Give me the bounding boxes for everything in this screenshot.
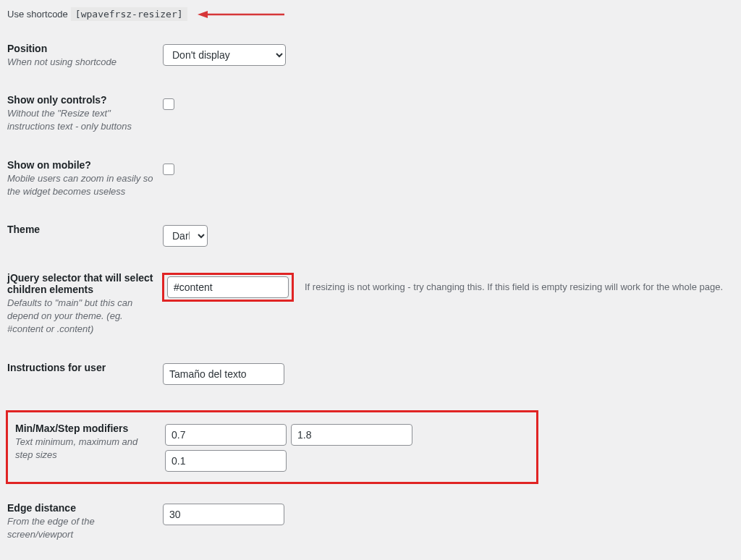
selector-label: jQuery selector that will select childre… (7, 272, 156, 295)
edge-input[interactable] (163, 504, 284, 525)
minmaxstep-highlight: Min/Max/Step modifiers Text minimum, max… (6, 410, 538, 484)
row-theme: Theme Dark (7, 224, 734, 247)
edge-label: Edge distance (7, 502, 156, 514)
shortcode-code: [wpavefrsz-resizer] (71, 7, 187, 21)
theme-label: Theme (7, 224, 156, 235)
edge-desc: From the edge of the screen/viewport (7, 515, 156, 541)
shortcode-row: Use shortcode [wpavefrsz-resizer] (7, 7, 734, 21)
show-only-controls-checkbox[interactable] (163, 98, 174, 110)
position-select[interactable]: Don't display (163, 44, 286, 66)
minmaxstep-label: Min/Max/Step modifiers (15, 423, 158, 434)
shortcode-label: Use shortcode (7, 9, 68, 20)
show-only-controls-label: Show only controls? (7, 94, 156, 106)
step-input[interactable] (165, 450, 287, 472)
position-label: Position (7, 43, 156, 54)
svg-marker-1 (198, 11, 208, 18)
row-show-on-mobile: Show on mobile? Mobile users can zoom in… (7, 159, 734, 198)
row-instructions: Instructions for user (7, 362, 734, 385)
show-on-mobile-checkbox[interactable] (163, 164, 174, 175)
selector-highlight (163, 273, 293, 301)
row-selector: jQuery selector that will select childre… (7, 272, 734, 336)
min-input[interactable] (165, 424, 287, 446)
selector-input[interactable] (167, 276, 289, 298)
row-show-only-controls: Show only controls? Without the "Resize … (7, 94, 734, 133)
selector-help: If resizing is not working - try changin… (305, 281, 723, 292)
instructions-input[interactable] (163, 363, 284, 385)
settings-form: Position When not using shortcode Don't … (7, 43, 734, 560)
show-on-mobile-desc: Mobile users can zoom in easily so the w… (7, 172, 156, 198)
show-only-controls-desc: Without the "Resize text" instructions t… (7, 107, 156, 133)
instructions-label: Instructions for user (7, 362, 156, 373)
theme-select[interactable]: Dark (163, 225, 208, 247)
show-on-mobile-label: Show on mobile? (7, 159, 156, 171)
position-desc: When not using shortcode (7, 56, 156, 69)
minmaxstep-desc: Text minimum, maximum and step sizes (15, 436, 158, 462)
row-edge-distance: Edge distance From the edge of the scree… (7, 502, 734, 541)
max-input[interactable] (291, 424, 412, 446)
row-minmaxstep: Min/Max/Step modifiers Text minimum, max… (8, 423, 529, 472)
arrow-annotation-icon (198, 9, 284, 20)
selector-desc: Defaults to "main" but this can depend o… (7, 297, 156, 336)
row-position: Position When not using shortcode Don't … (7, 43, 734, 69)
